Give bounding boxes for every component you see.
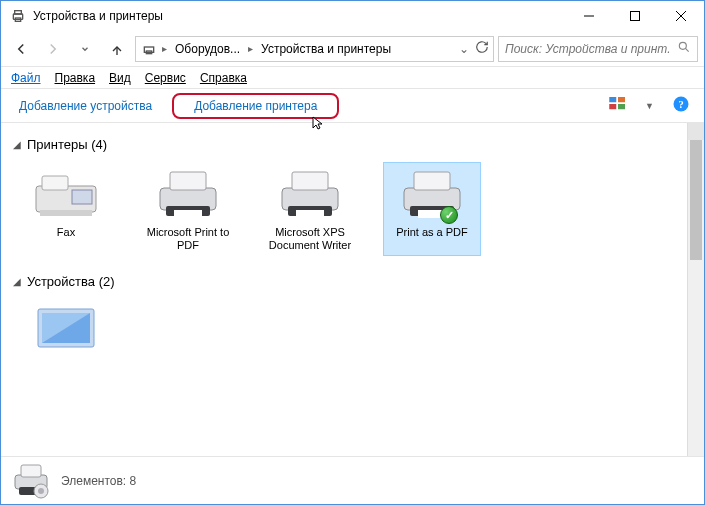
- breadcrumb-seg-0[interactable]: Оборудов...: [171, 40, 244, 58]
- help-icon[interactable]: ?: [672, 95, 690, 116]
- device-label: Microsoft XPS Document Writer: [265, 226, 355, 252]
- menu-file[interactable]: Файл: [11, 71, 41, 85]
- printers-list: Fax Microsoft Print to PDF: [17, 162, 675, 256]
- up-button[interactable]: [103, 35, 131, 63]
- svg-point-42: [38, 488, 44, 494]
- devices-icon: [140, 40, 158, 58]
- history-dropdown[interactable]: [71, 35, 99, 63]
- status-text: Элементов: 8: [61, 474, 136, 488]
- menubar: Файл Правка Вид Сервис Справка: [1, 67, 704, 89]
- printer-small-icon: [9, 7, 27, 25]
- device-item-print-as-pdf[interactable]: ✓ Print as a PDF: [383, 162, 481, 256]
- vertical-scrollbar[interactable]: [687, 123, 704, 456]
- close-button[interactable]: [658, 1, 704, 31]
- window: Устройства и принтеры: [0, 0, 705, 505]
- add-device-button[interactable]: Добавление устройства: [9, 95, 162, 117]
- search-icon[interactable]: [677, 40, 691, 57]
- menu-tools[interactable]: Сервис: [145, 71, 186, 85]
- caret-down-icon: ◢: [13, 276, 21, 287]
- menu-edit[interactable]: Правка: [55, 71, 96, 85]
- minimize-button[interactable]: [566, 1, 612, 31]
- svg-rect-12: [609, 97, 616, 102]
- svg-rect-29: [296, 210, 324, 218]
- chevron-right-icon: ▸: [162, 43, 167, 54]
- svg-rect-19: [42, 176, 68, 190]
- svg-rect-14: [609, 104, 616, 109]
- svg-rect-15: [618, 104, 625, 109]
- svg-rect-21: [40, 210, 92, 216]
- svg-rect-20: [72, 190, 92, 204]
- svg-rect-4: [631, 12, 640, 21]
- device-item-ms-print-pdf[interactable]: Microsoft Print to PDF: [139, 162, 237, 256]
- status-printer-icon: [11, 461, 51, 501]
- svg-rect-25: [174, 210, 202, 218]
- maximize-button[interactable]: [612, 1, 658, 31]
- svg-rect-13: [618, 97, 625, 102]
- view-options-icon[interactable]: [609, 97, 627, 114]
- svg-rect-39: [21, 465, 41, 477]
- refresh-icon[interactable]: [475, 40, 489, 57]
- device-label: Microsoft Print to PDF: [143, 226, 233, 252]
- group-count-devices: (2): [99, 274, 115, 289]
- back-button[interactable]: [7, 35, 35, 63]
- device-item-fax[interactable]: Fax: [17, 162, 115, 256]
- svg-rect-23: [170, 172, 206, 190]
- forward-button[interactable]: [39, 35, 67, 63]
- add-printer-button[interactable]: Добавление принтера: [172, 93, 339, 119]
- device-item-monitor[interactable]: [17, 299, 115, 363]
- svg-rect-1: [15, 11, 22, 14]
- content-wrap: ◢ Принтеры (4) Fax: [1, 123, 704, 456]
- menu-help[interactable]: Справка: [200, 71, 247, 85]
- group-title-printers: Принтеры: [27, 137, 88, 152]
- search-input[interactable]: [505, 42, 671, 56]
- device-item-ms-xps[interactable]: Microsoft XPS Document Writer: [261, 162, 359, 256]
- printer-icon: [152, 166, 224, 222]
- breadcrumb-seg-1[interactable]: Устройства и принтеры: [257, 40, 395, 58]
- group-header-printers[interactable]: ◢ Принтеры (4): [13, 137, 675, 152]
- printer-icon: [274, 166, 346, 222]
- monitor-icon: [30, 303, 102, 359]
- group-count-printers: (4): [91, 137, 107, 152]
- statusbar: Элементов: 8: [1, 456, 704, 504]
- device-label: Fax: [57, 226, 75, 239]
- chevron-down-icon[interactable]: ▼: [645, 101, 654, 111]
- svg-rect-27: [292, 172, 328, 190]
- navbar: ▸ Оборудов... ▸ Устройства и принтеры ⌄: [1, 31, 704, 67]
- group-header-devices[interactable]: ◢ Устройства (2): [13, 274, 675, 289]
- search-box[interactable]: [498, 36, 698, 62]
- svg-text:?: ?: [678, 99, 683, 110]
- caret-down-icon: ◢: [13, 139, 21, 150]
- scrollbar-thumb[interactable]: [690, 140, 702, 260]
- content: ◢ Принтеры (4) Fax: [1, 123, 687, 456]
- svg-rect-31: [414, 172, 450, 190]
- chevron-down-icon[interactable]: ⌄: [459, 42, 469, 56]
- chevron-right-icon: ▸: [248, 43, 253, 54]
- default-check-icon: ✓: [440, 206, 458, 224]
- toolbar: Добавление устройства Добавление принтер…: [1, 89, 704, 123]
- fax-icon: [30, 166, 102, 222]
- device-label: Print as a PDF: [396, 226, 468, 239]
- svg-line-11: [685, 48, 688, 51]
- breadcrumb[interactable]: ▸ Оборудов... ▸ Устройства и принтеры ⌄: [135, 36, 494, 62]
- group-title-devices: Устройства: [27, 274, 95, 289]
- svg-point-10: [679, 42, 686, 49]
- devices-list: [17, 299, 675, 363]
- printer-icon: ✓: [396, 166, 468, 222]
- window-title: Устройства и принтеры: [33, 9, 163, 23]
- menu-view[interactable]: Вид: [109, 71, 131, 85]
- titlebar: Устройства и принтеры: [1, 1, 704, 31]
